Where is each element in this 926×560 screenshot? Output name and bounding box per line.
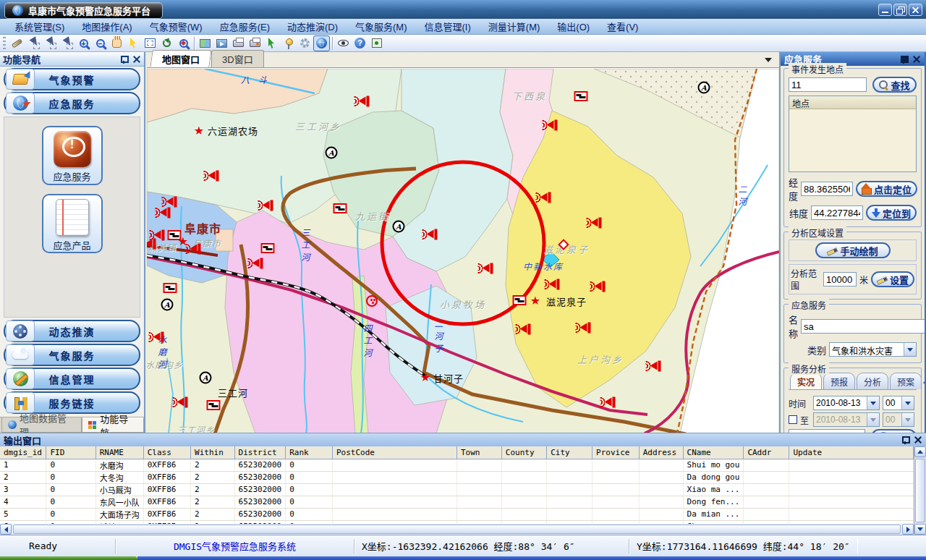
close-icon[interactable]: [914, 436, 922, 444]
service-name-input[interactable]: [801, 319, 926, 334]
map-tab[interactable]: 地图窗口: [150, 50, 211, 67]
pin-icon[interactable]: [901, 436, 909, 444]
menu-item[interactable]: 气象预警(W): [141, 18, 211, 35]
zoom-in-button[interactable]: [75, 35, 92, 51]
scroll-right-icon[interactable]: [902, 524, 914, 535]
menu-item[interactable]: 查看(V): [598, 18, 647, 35]
close-icon[interactable]: [132, 55, 141, 64]
location-list[interactable]: 地点: [789, 96, 917, 172]
column-header[interactable]: Rank: [286, 446, 333, 459]
set-range-button[interactable]: 设置: [871, 271, 914, 287]
hour-select[interactable]: 00: [883, 396, 914, 410]
shortcut-alarm-button[interactable]: 应急服务: [42, 126, 103, 185]
identify-button[interactable]: [175, 35, 192, 51]
menu-item[interactable]: 应急服务(E): [211, 18, 279, 35]
table-row[interactable]: 10水磨沟0XFF8626523020000Shui mo gou: [0, 459, 914, 471]
table-row[interactable]: 30小马厩沟0XFF8626523020000Xiao ma ...: [0, 483, 914, 496]
map-tab[interactable]: 3D窗口: [211, 50, 264, 67]
column-header[interactable]: FID: [46, 446, 95, 459]
refresh-button[interactable]: [158, 35, 175, 51]
tab-gridtab[interactable]: 功能导航: [82, 417, 144, 433]
placemark-button[interactable]: [280, 35, 297, 51]
column-header[interactable]: CAddr: [744, 446, 789, 459]
column-header[interactable]: CName: [683, 446, 744, 459]
help-button[interactable]: [352, 35, 368, 51]
click-locate-button[interactable]: 点击定位: [856, 181, 917, 197]
manual-draw-button[interactable]: 手动绘制: [815, 242, 891, 258]
column-header[interactable]: City: [547, 446, 592, 459]
scroll-down-icon[interactable]: [914, 524, 926, 535]
menu-item[interactable]: 气象服务(M): [347, 18, 416, 35]
menu-item[interactable]: 地图操作(A): [73, 18, 140, 35]
chevron-down-icon[interactable]: [867, 413, 879, 426]
map-canvas[interactable]: 阜康市六运湖农场滋泥泉子甘河子三工河三工河乡下西泉九运街滋泥泉子小泉牧场上户沟乡…: [147, 68, 779, 433]
map-tab-dropdown-icon[interactable]: [765, 58, 772, 62]
date-to-select[interactable]: 2010-08-13: [813, 412, 880, 427]
print-color-button[interactable]: [247, 35, 263, 51]
service-type-select[interactable]: 气象和洪水灾害: [829, 342, 917, 357]
select-green-button[interactable]: [263, 35, 280, 51]
column-header[interactable]: dmgis_id: [0, 446, 46, 459]
scroll-left-icon[interactable]: [0, 524, 12, 535]
select-rect-button[interactable]: [42, 35, 59, 51]
horizontal-scrollbar[interactable]: [0, 524, 914, 535]
column-header[interactable]: Update: [789, 446, 914, 459]
chevron-down-icon[interactable]: [867, 396, 879, 410]
tab-analysis[interactable]: 预报: [823, 373, 855, 389]
column-header[interactable]: RNAME: [95, 446, 143, 459]
scroll-thumb[interactable]: [13, 525, 901, 534]
pan-button[interactable]: [109, 35, 125, 51]
table-row[interactable]: 20大冬沟0XFF8626523020000Da dong gou: [0, 471, 914, 483]
settings-button[interactable]: [297, 35, 313, 51]
column-header[interactable]: Class: [143, 446, 190, 459]
analysis-range-input[interactable]: [823, 272, 857, 287]
table-row[interactable]: 50大面场子沟0XFF8626523020000Da mian ...: [0, 508, 914, 520]
sidebar-item-cloud[interactable]: 气象服务: [4, 344, 140, 366]
column-header[interactable]: Provice: [592, 446, 640, 459]
chevron-down-icon[interactable]: [901, 396, 914, 410]
sidebar-item-warning[interactable]: 气象预警: [4, 68, 140, 90]
date-select[interactable]: 2010-08-13: [813, 396, 880, 410]
chevron-down-icon[interactable]: [901, 413, 914, 426]
column-header[interactable]: PostCode: [332, 446, 456, 459]
sidebar-item-globewrench[interactable]: 信息管理: [4, 368, 140, 390]
column-header[interactable]: Address: [639, 446, 683, 459]
column-header[interactable]: Within: [191, 446, 235, 459]
chevron-down-icon[interactable]: [904, 343, 916, 356]
sidebar-item-link[interactable]: 服务链接: [4, 391, 140, 414]
scroll-up-icon[interactable]: [914, 446, 926, 457]
menu-item[interactable]: 信息管理(I): [416, 18, 480, 35]
close-button[interactable]: [909, 4, 922, 16]
longitude-input[interactable]: [801, 182, 853, 196]
sidebar-item-globearrow[interactable]: 应急服务: [4, 92, 140, 114]
scroll-left-icon[interactable]: [923, 379, 926, 386]
eye-button[interactable]: [335, 35, 352, 51]
select-point-button[interactable]: [59, 35, 75, 51]
table-row[interactable]: 40东风一小队0XFF8626523020000Dong fen...: [0, 496, 914, 508]
overview-button[interactable]: [368, 35, 385, 51]
column-header[interactable]: Town: [456, 446, 501, 459]
menu-item[interactable]: 输出(O): [548, 18, 598, 35]
print-button[interactable]: [230, 35, 247, 51]
column-header[interactable]: County: [501, 446, 546, 459]
toolbar-grip[interactable]: [3, 37, 6, 50]
minimize-button[interactable]: [878, 4, 892, 16]
vertical-scrollbar[interactable]: [914, 446, 926, 535]
find-button[interactable]: 查找: [872, 77, 917, 93]
menu-item[interactable]: 测量计算(M): [480, 18, 549, 35]
tab-analysis[interactable]: 分析: [857, 373, 888, 389]
sidebar-item-film[interactable]: 动态推演: [4, 320, 140, 342]
column-header[interactable]: District: [234, 446, 286, 459]
full-extent-button[interactable]: [142, 35, 158, 51]
to-checkbox[interactable]: [789, 415, 797, 424]
export-image-button[interactable]: [213, 35, 230, 51]
menu-item[interactable]: 系统管理(S): [6, 18, 73, 35]
select-circle-button[interactable]: [25, 35, 42, 51]
menu-item[interactable]: 动态推演(D): [279, 18, 347, 35]
close-icon[interactable]: [912, 55, 921, 64]
tab-analysis[interactable]: 预案: [890, 373, 922, 389]
globe-button[interactable]: [313, 35, 330, 51]
tab-globetab[interactable]: 地图数据管理: [1, 417, 82, 433]
measure-button[interactable]: [9, 35, 25, 51]
pin-icon[interactable]: [899, 55, 908, 64]
